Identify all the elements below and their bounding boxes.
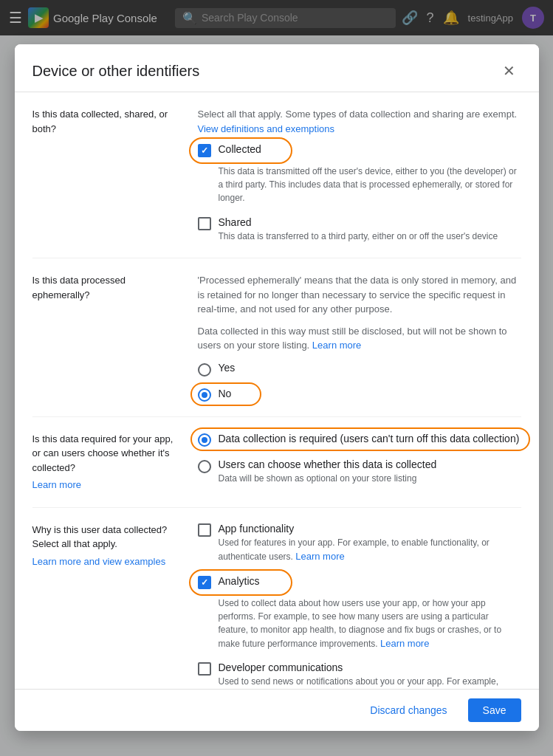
collected-text: Collected xyxy=(219,143,261,157)
yes-radio[interactable] xyxy=(198,363,211,377)
dev-comms-text: Developer communications Used to send ne… xyxy=(219,662,521,690)
collected-checkbox[interactable] xyxy=(198,144,211,157)
section1-content: Select all that apply. Some types of dat… xyxy=(198,107,521,243)
section4-content: App functionality Used for features in y… xyxy=(198,523,521,690)
section2-content: 'Processed ephemerally' means that the d… xyxy=(198,273,521,402)
no-radio-label: No xyxy=(219,388,232,399)
dialog-footer: Discard changes Save xyxy=(15,689,539,731)
no-highlight: No xyxy=(198,387,232,402)
required-learn-more-link[interactable]: Learn more xyxy=(32,478,180,492)
collected-highlight: Collected xyxy=(198,143,261,157)
section-ephemeral: Is this data processed ephemerally? 'Pro… xyxy=(32,258,521,417)
shared-checkbox[interactable] xyxy=(198,217,211,230)
shared-text: Shared This data is transferred to a thi… xyxy=(219,216,498,243)
required-highlight: Data collection is required (users can't… xyxy=(198,432,520,447)
section3-content: Data collection is required (users can't… xyxy=(198,432,521,492)
app-functionality-text: App functionality Used for features in y… xyxy=(219,523,521,564)
dialog-overlay: Device or other identifiers ✕ Is this da… xyxy=(0,0,553,756)
analytics-text: Analytics xyxy=(219,575,260,588)
yes-radio-label: Yes xyxy=(219,362,236,374)
dev-comms-desc: Used to send news or notifications about… xyxy=(219,675,521,690)
analytics-highlight: Analytics xyxy=(198,575,260,589)
section2-desc1: 'Processed ephemerally' means that the d… xyxy=(198,273,521,317)
dev-comms-box[interactable] xyxy=(198,662,211,676)
app-functionality-box[interactable] xyxy=(198,523,211,537)
dev-comms-checkbox[interactable] xyxy=(198,662,211,676)
yes-radio-item: Yes xyxy=(198,362,521,377)
dialog-title: Device or other identifiers xyxy=(32,63,200,80)
optional-text: Users can choose whether this data is co… xyxy=(219,458,437,485)
analytics-checkbox[interactable] xyxy=(198,576,211,589)
dev-comms-label: Developer communications xyxy=(219,662,521,673)
shared-description: This data is transferred to a third part… xyxy=(219,230,498,243)
collected-checkbox-item: Collected xyxy=(198,143,521,157)
analytics-item: Analytics xyxy=(198,575,521,589)
app-functionality-label: App functionality xyxy=(219,523,521,535)
required-radio[interactable] xyxy=(198,433,211,447)
required-radio-label: Data collection is required (users can't… xyxy=(219,433,520,444)
collected-description: This data is transmitted off the user's … xyxy=(219,165,521,205)
shared-label: Shared xyxy=(219,216,498,228)
why-collected-link[interactable]: Learn more and view examples xyxy=(32,554,180,569)
section-collected-shared: Is this data collected, shared, or both?… xyxy=(32,92,521,258)
optional-radio[interactable] xyxy=(198,460,211,473)
section4-label: Why is this user data collected? Select … xyxy=(32,523,180,690)
section-required: Is this data required for your app, or c… xyxy=(32,417,521,508)
section2-label: Is this data processed ephemerally? xyxy=(32,273,180,402)
app-functionality-learn-more[interactable]: Learn more xyxy=(295,551,344,562)
optional-radio-label: Users can choose whether this data is co… xyxy=(219,458,437,470)
dialog-header: Device or other identifiers ✕ xyxy=(15,44,539,92)
section2-desc2: Data collected in this way must still be… xyxy=(198,324,521,353)
section1-label: Is this data collected, shared, or both? xyxy=(32,107,180,243)
discard-button[interactable]: Discard changes xyxy=(358,698,458,722)
optional-radio-sublabel: Data will be shown as optional on your s… xyxy=(219,472,437,485)
app-functionality-item: App functionality Used for features in y… xyxy=(198,523,521,564)
shared-checkbox-item: Shared This data is transferred to a thi… xyxy=(198,216,521,243)
collected-label: Collected xyxy=(219,143,261,155)
analytics-label: Analytics xyxy=(219,575,260,587)
section1-desc: Select all that apply. Some types of dat… xyxy=(198,107,521,136)
analytics-box[interactable] xyxy=(198,576,211,589)
analytics-learn-more[interactable]: Learn more xyxy=(380,638,429,649)
view-definitions-link[interactable]: View definitions and exemptions xyxy=(198,123,335,134)
analytics-desc: Used to collect data about how users use… xyxy=(219,597,521,651)
dialog-body: Is this data collected, shared, or both?… xyxy=(15,92,539,689)
ephem-learn-more-link[interactable]: Learn more xyxy=(312,340,361,351)
close-button[interactable]: ✕ xyxy=(498,59,521,83)
no-radio[interactable] xyxy=(198,388,211,402)
dev-comms-item: Developer communications Used to send ne… xyxy=(198,662,521,690)
shared-checkbox-box[interactable] xyxy=(198,217,211,230)
app-functionality-checkbox[interactable] xyxy=(198,523,211,537)
required-radio-item: Data collection is required (users can't… xyxy=(198,432,521,447)
optional-radio-item: Users can choose whether this data is co… xyxy=(198,458,521,485)
app-functionality-desc: Used for features in your app. For examp… xyxy=(219,536,521,564)
section-why-collected: Why is this user data collected? Select … xyxy=(32,508,521,690)
collected-checkbox-box[interactable] xyxy=(198,144,211,157)
save-button[interactable]: Save xyxy=(468,698,521,722)
dialog: Device or other identifiers ✕ Is this da… xyxy=(15,44,539,731)
no-radio-item: No xyxy=(198,387,521,402)
section3-label: Is this data required for your app, or c… xyxy=(32,432,180,492)
